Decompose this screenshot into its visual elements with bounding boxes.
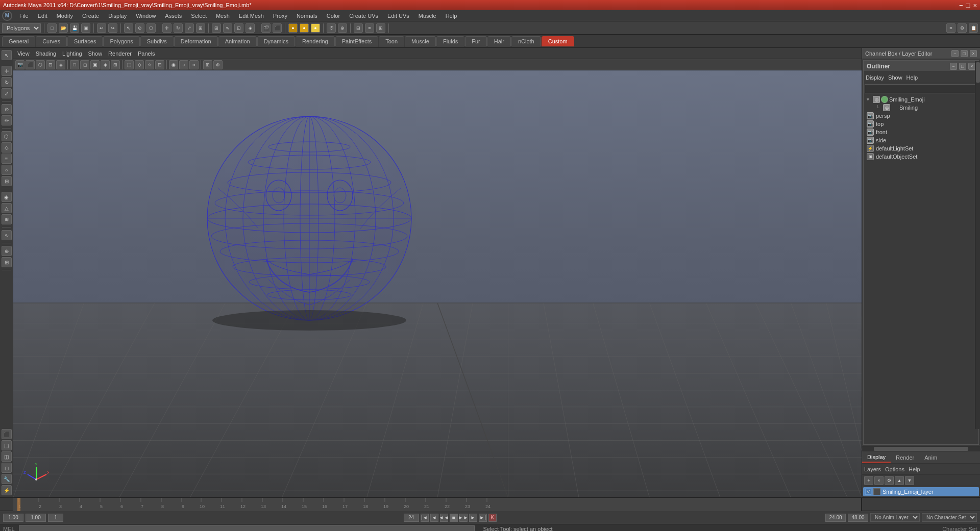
layer-options-icon[interactable]: ⚙ (885, 476, 894, 485)
menu-display[interactable]: Display (104, 12, 131, 20)
save-icon[interactable]: 💾 (70, 23, 79, 33)
tool-settings-icon[interactable]: ⚙ (958, 23, 967, 33)
tab-curves[interactable]: Curves (36, 36, 67, 46)
anim-layer-icon[interactable]: ◻ (2, 463, 12, 473)
tree-item-side[interactable]: 📷 side (865, 136, 977, 144)
tree-item-default-object-set[interactable]: ⊞ defaultObjectSet (865, 153, 977, 161)
snap-curve-icon[interactable]: ∿ (223, 23, 232, 33)
tree-item-top[interactable]: 📷 top (865, 120, 977, 128)
cam-select-icon[interactable]: 📷 (15, 60, 24, 69)
smooth3-icon[interactable]: ⊞ (111, 60, 120, 69)
select-icon[interactable]: ↖ (124, 23, 133, 33)
anim-layer-dropdown[interactable]: No Anim Layer (870, 513, 920, 522)
rbt-anim[interactable]: Anim (919, 453, 942, 462)
rbt-display[interactable]: Display (862, 452, 891, 463)
menu-proxy[interactable]: Proxy (269, 12, 291, 20)
new-layer-icon[interactable]: + (864, 476, 873, 485)
select-tool-icon[interactable]: ↖ (2, 50, 12, 60)
split-poly-icon[interactable]: ⊟ (2, 176, 12, 186)
outliner-tab-help[interactable]: Help (906, 74, 918, 81)
layer-visibility-checkbox[interactable]: V (865, 489, 871, 495)
menu-normals[interactable]: Normals (292, 12, 322, 20)
quick-icon[interactable]: ⚡ (2, 485, 12, 495)
paint-icon[interactable]: ⬡ (146, 23, 156, 33)
minimize-btn[interactable]: − (959, 2, 963, 9)
pb-start-frame-input[interactable] (3, 514, 23, 522)
grid-toggle-icon[interactable]: ⊞ (203, 60, 212, 69)
bevel-icon[interactable]: ◇ (2, 142, 12, 153)
vp-icon3[interactable]: ◈ (56, 60, 65, 69)
layer-item-smiling-emoji[interactable]: V Smiling_Emoji_layer (863, 487, 979, 496)
layer-icon[interactable]: ⬛ (2, 429, 12, 439)
smooth-icon[interactable]: ◻ (80, 60, 89, 69)
rotate-tool-icon[interactable]: ↻ (2, 77, 12, 87)
tab-surfaces[interactable]: Surfaces (67, 36, 103, 46)
outliner-h-scroll[interactable] (862, 446, 980, 451)
extrude-icon[interactable]: ⬡ (2, 131, 12, 141)
undo-icon[interactable]: ↩ (97, 23, 106, 33)
channel-box-icon[interactable]: ≡ (946, 23, 955, 33)
tab-dynamics[interactable]: Dynamics (257, 36, 295, 46)
tree-item-front[interactable]: 📷 front (865, 128, 977, 136)
vt-lighting[interactable]: Lighting (60, 49, 84, 58)
crease-icon[interactable]: ≋ (2, 214, 12, 224)
filmgate-icon[interactable]: ⬛ (26, 60, 35, 69)
snap-point-icon[interactable]: ⊡ (234, 23, 243, 33)
ao-icon[interactable]: ○ (179, 60, 188, 69)
maximize-btn[interactable]: □ (966, 2, 970, 9)
vp-icon1[interactable]: ⬡ (36, 60, 45, 69)
vt-renderer[interactable]: Renderer (106, 49, 134, 58)
channel-box-controls[interactable]: − □ × (951, 50, 977, 57)
move-icon[interactable]: ✛ (162, 23, 172, 33)
menu-create-uvs[interactable]: Create UVs (345, 12, 382, 20)
soft-mod-icon[interactable]: ◉ (2, 192, 12, 202)
outliner-tab-show[interactable]: Show (888, 74, 902, 81)
tab-deformation[interactable]: Deformation (174, 36, 218, 46)
pb-current-frame-input[interactable] (26, 514, 46, 522)
render-layer-icon[interactable]: ◫ (2, 451, 12, 462)
pb-play-back-btn[interactable]: ◄◄ (440, 514, 448, 522)
pb-time1-input[interactable] (825, 514, 846, 522)
display-layer-icon[interactable]: ⬚ (2, 440, 12, 450)
snap-grid-icon[interactable]: ⊞ (212, 23, 221, 33)
cb-close-btn[interactable]: × (970, 50, 977, 57)
curve-snap-icon[interactable]: ∿ (2, 230, 12, 240)
smooth2-icon[interactable]: ◈ (101, 60, 110, 69)
menu-muscle[interactable]: Muscle (414, 12, 440, 20)
motion-blur-icon[interactable]: ≈ (189, 60, 199, 69)
menu-window[interactable]: Window (132, 12, 160, 20)
tree-item-persp[interactable]: 📷 persp (865, 112, 977, 120)
outliner-search-input[interactable] (865, 84, 977, 93)
publish-icon[interactable]: ⊕ (338, 23, 347, 33)
menu-create[interactable]: Create (78, 12, 103, 20)
tree-item-default-light-set[interactable]: ⚡ defaultLightSet (865, 144, 977, 153)
render-icon[interactable]: 🎬 (261, 23, 271, 33)
char-set-dropdown[interactable]: No Character Set (922, 513, 977, 522)
cb-maximize-btn[interactable]: □ (961, 50, 968, 57)
tab-subdivs[interactable]: Subdivs (140, 36, 174, 46)
fill-hole-icon[interactable]: ○ (2, 165, 12, 175)
menu-color[interactable]: Color (323, 12, 344, 20)
outliner-tab-display[interactable]: Display (866, 74, 884, 81)
tab-general[interactable]: General (2, 36, 35, 46)
menu-select[interactable]: Select (187, 12, 211, 20)
misc-icon1[interactable]: ⊟ (354, 23, 363, 33)
tab-animation[interactable]: Animation (218, 36, 257, 46)
tree-item-smiling[interactable]: └ ◎ Smiling (865, 104, 977, 112)
open-file-icon[interactable]: 📂 (59, 23, 68, 33)
grid-icon[interactable]: ⊞ (2, 257, 12, 267)
attr-editor-icon[interactable]: 📋 (969, 23, 978, 33)
tab-custom[interactable]: Custom (542, 36, 574, 46)
tab-rendering[interactable]: Rendering (296, 36, 335, 46)
menu-help[interactable]: Help (442, 12, 461, 20)
close-btn[interactable]: × (973, 2, 977, 9)
menu-edit-mesh[interactable]: Edit Mesh (235, 12, 268, 20)
history-icon[interactable]: ⏱ (327, 23, 336, 33)
move-tool-icon[interactable]: ✛ (2, 66, 12, 76)
light3-icon[interactable]: ● (311, 23, 320, 33)
bridge-icon[interactable]: ≡ (2, 154, 12, 164)
shadow-icon[interactable]: ◉ (169, 60, 178, 69)
sculpt-icon[interactable]: △ (2, 203, 12, 213)
menu-edit-uvs[interactable]: Edit UVs (383, 12, 413, 20)
tab-painteffects[interactable]: PaintEffects (335, 36, 379, 46)
